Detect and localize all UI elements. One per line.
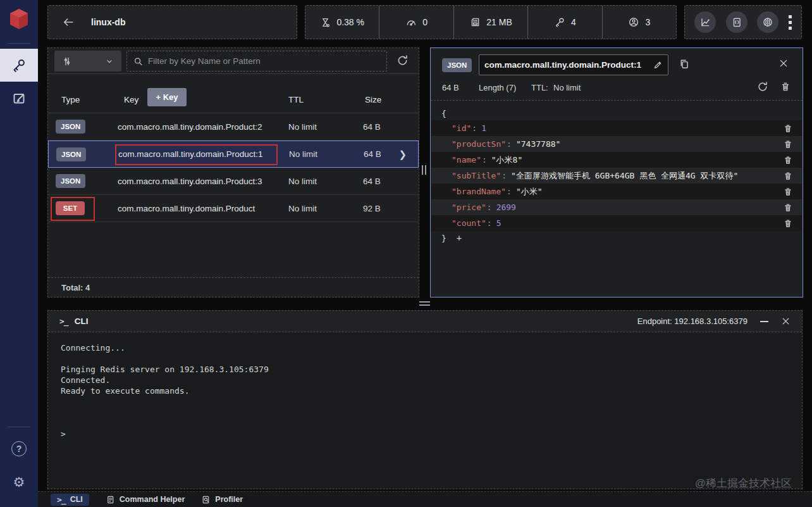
clients-icon xyxy=(628,16,639,28)
json-value: "小米" xyxy=(516,186,543,197)
cli-line: Connecting... xyxy=(61,342,789,353)
sidebar-item-workbench[interactable] xyxy=(0,82,38,115)
key-details-meta: 64 B Length (7) TTL: No limit xyxy=(431,78,803,97)
cli-title: >_ CLI xyxy=(59,316,88,326)
sidebar-item-settings[interactable]: ⚙ xyxy=(0,465,38,498)
copy-key-button[interactable] xyxy=(679,58,690,70)
json-field-name[interactable]: "name":"小米8" xyxy=(431,152,802,168)
column-size: Size xyxy=(365,95,381,104)
terminal-icon: >_ xyxy=(59,316,68,326)
cli-panel: >_ CLI Endpoint: 192.168.3.105:6379 Conn… xyxy=(47,310,803,489)
key-icon xyxy=(11,58,27,73)
endpoint-value: 192.168.3.105:6379 xyxy=(674,316,747,326)
workbench-button[interactable] xyxy=(726,11,747,33)
refresh-value-button[interactable] xyxy=(757,81,768,92)
close-cli-icon[interactable] xyxy=(781,316,790,326)
json-field-subTitle[interactable]: "subTitle":"全面屏游戏智能手机 6GB+64GB 黑色 全网通4G … xyxy=(431,168,802,184)
edit-pencil-icon[interactable] xyxy=(653,60,663,70)
key-row-product-3[interactable]: JSON com.macro.mall.tiny.domain.Product:… xyxy=(48,168,419,195)
ttl-label: TTL: xyxy=(531,83,548,92)
delete-field-button[interactable] xyxy=(783,187,793,197)
add-json-field-button[interactable]: + xyxy=(457,233,462,243)
cli-line: Connected. xyxy=(61,375,789,385)
horizontal-splitter-handle[interactable] xyxy=(419,301,430,306)
stat-memory: 21 MB xyxy=(453,6,527,39)
json-value: "小米8" xyxy=(491,154,522,166)
overflow-menu-icon[interactable] xyxy=(789,15,792,30)
vertical-splitter-handle[interactable] xyxy=(422,165,426,175)
tab-profiler-label: Profiler xyxy=(215,495,243,504)
minimize-cli-icon[interactable] xyxy=(760,321,768,322)
back-arrow-icon[interactable] xyxy=(62,16,75,28)
insights-button[interactable] xyxy=(757,11,778,33)
delete-field-button[interactable] xyxy=(783,155,793,165)
refresh-icon xyxy=(757,81,768,92)
sidebar-item-browser[interactable] xyxy=(0,49,38,82)
command-helper-icon xyxy=(106,495,115,504)
cpu-hourglass-icon xyxy=(320,17,331,28)
stat-clients-value: 3 xyxy=(645,17,650,27)
type-badge-json: JSON xyxy=(56,174,85,188)
analytics-button[interactable] xyxy=(694,11,716,33)
stat-memory-value: 21 MB xyxy=(486,17,512,27)
sidebar-item-help[interactable]: ? xyxy=(0,432,38,465)
trash-icon xyxy=(783,155,793,165)
json-close-brace: } xyxy=(441,234,446,243)
trash-icon xyxy=(783,123,793,134)
workbench-file-icon xyxy=(731,16,742,28)
key-size: 64 B xyxy=(364,149,402,159)
json-open-brace: { xyxy=(431,106,802,120)
json-value: "7437788" xyxy=(516,139,560,149)
search-icon xyxy=(133,56,143,66)
json-key: "brandName" xyxy=(452,187,506,196)
json-key: "productSn" xyxy=(452,139,506,149)
delete-key-button[interactable] xyxy=(780,81,791,92)
trash-icon xyxy=(783,203,793,213)
key-row-product-1-selected[interactable]: JSON com.macro.mall.tiny.domain.Product:… xyxy=(48,141,419,168)
column-key: Key xyxy=(124,95,138,104)
json-field-count[interactable]: "count":5 xyxy=(431,215,802,231)
json-field-id[interactable]: "id":1 xyxy=(431,120,802,136)
json-viewer: { "id":1 "productSn":"7437788" "name":"小… xyxy=(431,106,802,245)
tab-command-helper[interactable]: Command Helper xyxy=(106,495,185,504)
delete-field-button[interactable] xyxy=(783,203,793,213)
endpoint-label: Endpoint: xyxy=(637,316,672,326)
key-ttl: No limit xyxy=(288,122,317,132)
delete-field-button[interactable] xyxy=(783,123,793,134)
cli-output[interactable]: Connecting... Pinging Redis server on 19… xyxy=(48,332,802,489)
key-size-label: 64 B xyxy=(442,83,459,92)
trash-icon xyxy=(780,81,791,92)
json-value: 1 xyxy=(481,123,486,133)
key-table-header: Type Key + Key TTL Size xyxy=(48,74,419,113)
close-details-button[interactable] xyxy=(778,58,789,68)
json-field-price[interactable]: "price":2699 xyxy=(431,199,802,215)
tab-cli[interactable]: >_ CLI xyxy=(51,494,89,506)
insights-brain-icon xyxy=(762,16,773,28)
refresh-keys-button[interactable] xyxy=(397,54,409,66)
delete-field-button[interactable] xyxy=(783,139,793,149)
key-name: com.macro.mall.tiny.domain.Product:1 xyxy=(118,149,263,159)
sidebar-divider-bottom xyxy=(8,427,30,427)
sidebar-divider-top xyxy=(8,43,30,44)
cli-line: Ready to execute commands. xyxy=(61,385,789,396)
key-row-product-2[interactable]: JSON com.macro.mall.tiny.domain.Product:… xyxy=(48,113,419,141)
total-keys-label: Total: 4 xyxy=(48,277,419,297)
tab-cli-label: CLI xyxy=(70,495,83,504)
delete-field-button[interactable] xyxy=(783,218,793,228)
key-type-filter-dropdown[interactable] xyxy=(54,51,121,72)
delete-field-button[interactable] xyxy=(783,171,793,181)
details-type-badge: JSON xyxy=(442,58,472,72)
json-field-productSn[interactable]: "productSn":"7437788" xyxy=(431,136,802,152)
analytics-icon xyxy=(699,16,711,28)
key-row-product-set[interactable]: SET com.macro.mall.tiny.domain.Product N… xyxy=(48,195,419,222)
key-search-input[interactable] xyxy=(148,56,380,66)
trash-icon xyxy=(783,218,793,228)
json-field-brandName[interactable]: "brandName":"小米" xyxy=(431,184,802,199)
key-name-field[interactable]: com.macro.mall.tiny.domain.Product:1 xyxy=(479,54,668,75)
cli-prompt[interactable]: > xyxy=(61,429,789,439)
terminal-icon: >_ xyxy=(57,495,66,504)
key-ttl: No limit xyxy=(288,204,317,213)
tab-profiler[interactable]: Profiler xyxy=(201,495,243,504)
add-key-button[interactable]: + Key xyxy=(147,88,187,106)
json-key: "id" xyxy=(452,123,471,133)
